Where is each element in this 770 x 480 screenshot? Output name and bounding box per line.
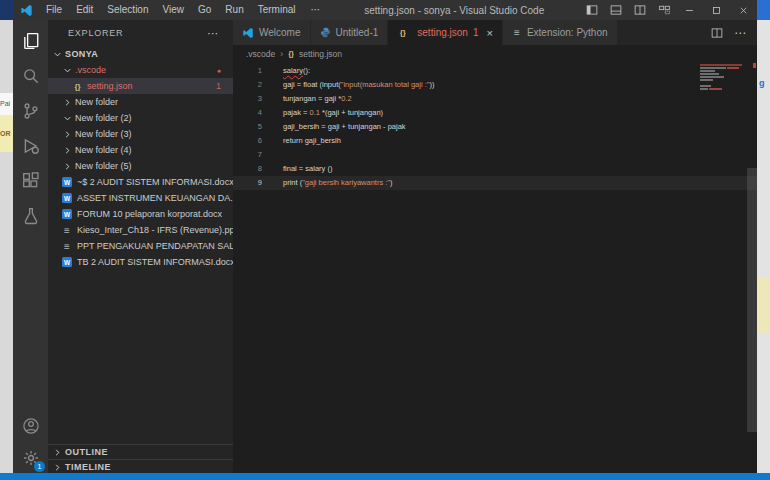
tree-item-label: ASSET INSTRUMEN KEUANGAN DA... [77, 193, 233, 203]
tree-item-new-folder-4[interactable]: New folder (4) [48, 142, 233, 158]
extensions-icon[interactable] [13, 163, 48, 198]
tree-item-setting-json[interactable]: {}setting.json1 [48, 78, 233, 94]
line-number: 5 [233, 120, 262, 134]
timeline-panel-header[interactable]: TIMELINE [48, 459, 233, 474]
code-line-4[interactable]: 4pajak = 0.1 *(gaji + tunjangan) [233, 106, 757, 120]
menu-run[interactable]: Run [218, 0, 250, 20]
word-icon: W [62, 209, 72, 219]
settings-gear-icon[interactable]: 1 [13, 442, 48, 474]
code-line-7[interactable]: 7 [233, 148, 757, 162]
line-content: pajak = 0.1 *(gaji + tunjangan) [283, 106, 383, 120]
menu-more-button[interactable]: ⋯ [303, 0, 329, 20]
toggle-panel-icon[interactable] [604, 0, 628, 20]
code-line-9[interactable]: 9print ("gaji bersih kariyawantrs :") [233, 176, 757, 190]
tab-setting-json[interactable]: {}setting.json1× [388, 20, 503, 45]
status-bar [0, 473, 770, 480]
tree-item-new-folder[interactable]: New folder [48, 94, 233, 110]
ppt-icon: ≡ [62, 225, 72, 236]
customize-layout-icon[interactable] [652, 0, 676, 20]
line-number: 4 [233, 106, 262, 120]
file-tree: SONYA.vscode●{}setting.json1New folderNe… [48, 46, 233, 270]
tree-item-forum-10-pelaporan-korporat-docx[interactable]: WFORUM 10 pelaporan korporat.docx [48, 206, 233, 222]
search-icon[interactable] [13, 58, 48, 93]
menu-selection[interactable]: Selection [100, 0, 155, 20]
scrollbar[interactable] [747, 168, 757, 432]
title-bar: FileEditSelectionViewGoRunTerminal ⋯ set… [13, 0, 757, 20]
minimize-button[interactable] [676, 0, 703, 20]
tree-item-ppt-pengakuan-pendapatan-sal[interactable]: ≡PPT PENGAKUAN PENDAPATAN SAL... [48, 238, 233, 254]
menu-file[interactable]: File [39, 0, 69, 20]
breadcrumb-file[interactable]: setting.json [299, 49, 342, 59]
line-content: gaji = float (input("input(masukan total… [283, 78, 434, 92]
chevron-right-icon [62, 146, 73, 155]
code-line-1[interactable]: 1salary(): [233, 64, 757, 78]
code-line-6[interactable]: 6return gaji_bersih [233, 134, 757, 148]
tree-item-asset-instrumen-keuangan-da[interactable]: WASSET INSTRUMEN KEUANGAN DA... [48, 190, 233, 206]
maximize-button[interactable] [703, 0, 730, 20]
error-marker [753, 63, 756, 68]
minimap[interactable] [700, 64, 744, 91]
json-icon: {} [288, 49, 294, 58]
line-content: return gaji_bersih [283, 134, 341, 148]
sidebar-title: EXPLORER [68, 28, 123, 38]
menu-edit[interactable]: Edit [69, 0, 100, 20]
tree-item-kieso-inter-ch18-ifrs-revenue-ppt[interactable]: ≡Kieso_Inter_Ch18 - IFRS (Revenue).ppt [48, 222, 233, 238]
python-icon [320, 27, 331, 38]
menu-view[interactable]: View [156, 0, 192, 20]
menu-go[interactable]: Go [191, 0, 218, 20]
tree-item-label: PPT PENGAKUAN PENDAPATAN SAL... [77, 241, 233, 251]
tree-item-label: ~$ 2 AUDIT SISTEM INFORMASI.docx [77, 177, 233, 187]
outline-panel-header[interactable]: OUTLINE [48, 444, 233, 459]
close-tab-icon[interactable]: × [486, 27, 492, 39]
chevron-right-icon [62, 98, 73, 107]
accounts-icon[interactable] [13, 410, 48, 442]
tab-bar: WelcomeUntitled-1{}setting.json1×≡Extens… [233, 20, 757, 45]
editor-more-button[interactable]: ⋯ [734, 26, 746, 40]
line-content: tunjangan = gaji *0.2 [283, 92, 352, 106]
tab-extension-python[interactable]: ≡Extension: Python [503, 20, 618, 45]
run-debug-icon[interactable] [13, 128, 48, 163]
tree-item-label: FORUM 10 pelaporan korporat.docx [77, 209, 222, 219]
problems-badge: 1 [216, 81, 221, 91]
close-window-button[interactable] [730, 0, 757, 20]
tree-item-vscode[interactable]: .vscode● [48, 62, 233, 78]
tree-item-label: SONYA [65, 49, 98, 59]
code-line-8[interactable]: 8final = salary () [233, 162, 757, 176]
tab-label: setting.json [417, 27, 468, 38]
background-right-highlight [757, 278, 770, 334]
background-left-text: Pai [0, 93, 13, 115]
tree-item-new-folder-5[interactable]: New folder (5) [48, 158, 233, 174]
tree-item-2-audit-sistem-informasi-docx[interactable]: W~$ 2 AUDIT SISTEM INFORMASI.docx [48, 174, 233, 190]
word-icon: W [62, 193, 72, 203]
tab-welcome[interactable]: Welcome [233, 20, 311, 45]
activity-bar: 1 [13, 20, 48, 474]
outline-panel-label: OUTLINE [65, 447, 108, 457]
json-icon: {} [72, 82, 83, 91]
code-line-5[interactable]: 5gaji_bersih = gaji + tunjangan - pajak [233, 120, 757, 134]
tree-item-new-folder-3[interactable]: New folder (3) [48, 126, 233, 142]
code-lines: 1salary():2gaji = float (input("input(ma… [233, 64, 757, 190]
tab-untitled-1[interactable]: Untitled-1 [311, 20, 389, 45]
line-content: salary(): [283, 64, 310, 78]
tree-item-label: New folder [75, 97, 118, 107]
source-control-icon[interactable] [13, 93, 48, 128]
word-icon: W [62, 177, 72, 187]
explorer-sidebar: EXPLORER ⋯ SONYA.vscode●{}setting.json1N… [48, 20, 233, 474]
tree-item-label: .vscode [75, 65, 106, 75]
split-editor-action-icon[interactable] [711, 27, 723, 39]
breadcrumb[interactable]: .vscode › {} setting.json [233, 45, 757, 62]
explorer-more-button[interactable]: ⋯ [207, 27, 233, 40]
split-editor-icon[interactable] [628, 0, 652, 20]
code-line-2[interactable]: 2gaji = float (input("input(masukan tota… [233, 78, 757, 92]
menu-terminal[interactable]: Terminal [251, 0, 303, 20]
breadcrumb-folder[interactable]: .vscode [246, 49, 275, 59]
toggle-sidebar-icon[interactable] [580, 0, 604, 20]
code-editor[interactable]: 1salary():2gaji = float (input("input(ma… [233, 62, 757, 474]
tree-item-tb-2-audit-sistem-informasi-docx[interactable]: WTB 2 AUDIT SISTEM INFORMASI.docx [48, 254, 233, 270]
tree-item-label: Kieso_Inter_Ch18 - IFRS (Revenue).ppt [77, 225, 233, 235]
explorer-icon[interactable] [13, 23, 48, 58]
testing-icon[interactable] [13, 198, 48, 233]
tree-item-sonya[interactable]: SONYA [48, 46, 233, 62]
tree-item-new-folder-2[interactable]: New folder (2) [48, 110, 233, 126]
code-line-3[interactable]: 3tunjangan = gaji *0.2 [233, 92, 757, 106]
